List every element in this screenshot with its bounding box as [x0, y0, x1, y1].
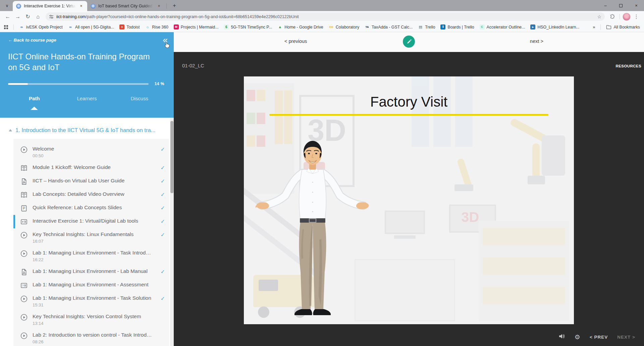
tab-discuss[interactable]: Discuss — [113, 96, 166, 101]
bookmark-linkedin-learning[interactable]: ▶HSO_LinkedIn Learn... — [530, 24, 579, 30]
previous-unit-button[interactable]: < previous — [284, 39, 307, 44]
bookmark-todoist[interactable]: ≡Todoist — [119, 24, 140, 30]
list-item[interactable]: Key Technical Insights: Linux Fundamenta… — [13, 228, 169, 247]
title-underline — [269, 114, 548, 116]
list-item[interactable]: Lab 2: Introduction to version control -… — [13, 329, 169, 346]
list-item[interactable]: Lab 1: Managing Linux Environment - Task… — [13, 292, 169, 310]
browser-tab-inactive[interactable]: IoT based Smart City Guided Pr × — [87, 1, 165, 11]
bookmark-trello[interactable]: ▤Trello — [418, 24, 435, 30]
site-favicon — [16, 4, 21, 9]
completed-check-icon: ✓ — [161, 295, 165, 302]
tab-close-icon[interactable]: × — [78, 3, 84, 9]
item-duration: 00:50 — [33, 153, 54, 158]
bookmark-trello-boards[interactable]: ‖Boards | Trello — [440, 24, 474, 30]
forward-button[interactable]: → — [13, 12, 22, 21]
timesync-icon: 6 — [224, 24, 229, 30]
bookmark-timesync[interactable]: 65G-TSN TimeSync P... — [224, 24, 272, 30]
reload-button[interactable]: ↻ — [23, 12, 32, 21]
list-item[interactable]: Quick Reference: Lab Concepts Slides ✓ — [13, 201, 169, 215]
bookmark-colab[interactable]: COColaboratory — [329, 24, 359, 30]
all-bookmarks-button[interactable]: All Bookmarks — [606, 25, 640, 30]
apps-grid-icon[interactable] — [4, 25, 8, 29]
drive-icon: ▲ — [277, 24, 282, 30]
item-title: Lab 2: Introduction to version control -… — [33, 332, 153, 338]
tab-path[interactable]: Path — [8, 96, 61, 101]
play-circle-icon — [20, 314, 28, 321]
mermaid-icon: M — [174, 24, 179, 30]
bookmark-google-drive[interactable]: ▲Home - Google Drive — [277, 24, 323, 30]
section-title: 1. Introduction to the IICT Virtual 5G &… — [15, 127, 155, 133]
list-item[interactable]: Key Technical Insights: Version Control … — [13, 310, 169, 329]
slide-canvas[interactable]: 3D 3D — [244, 76, 574, 324]
book-icon — [20, 165, 28, 172]
bookmark-accelerator[interactable]: CAccelerator Outline... — [480, 24, 525, 30]
bookmark-label: TaxAdda - GST Calc... — [372, 25, 413, 30]
trello-icon: ▤ — [418, 24, 423, 30]
bookmark-star-icon[interactable]: ☆ — [597, 14, 601, 19]
slide-next-button[interactable]: NEXT > — [617, 335, 635, 340]
bookmark-ivesk[interactable]: ∞ivESK Opeb Project — [19, 24, 63, 30]
scrollbar-thumb[interactable] — [170, 121, 173, 193]
url-bar[interactable]: iict-training.com/path-player?courseid=i… — [46, 12, 605, 21]
play-circle-icon — [20, 146, 28, 153]
bookmark-mermaid[interactable]: MProjects | Mermaid... — [174, 24, 219, 30]
browser-toolbar: ← → ↻ ⌂ iict-training.com/path-player?co… — [0, 11, 644, 22]
list-item[interactable]: Lab 1: Managing Linux Environment - Asse… — [13, 279, 169, 292]
section-header[interactable]: 1. Introduction to the IICT Virtual 5G &… — [0, 118, 174, 138]
new-tab-button[interactable]: + — [170, 1, 179, 10]
profile-avatar[interactable] — [623, 13, 631, 21]
completed-check-icon: ✓ — [161, 218, 165, 225]
home-button[interactable]: ⌂ — [34, 12, 42, 21]
tab-label: Discuss — [130, 96, 148, 101]
resources-button[interactable]: RESOURCES — [616, 64, 641, 68]
list-item-current[interactable]: Interactive Exercise 1: Virtual/Digital … — [13, 215, 169, 228]
back-to-course-link[interactable]: ← Back to course page — [8, 38, 166, 43]
lesson-list: Welcome00:50 ✓ Module 1 Kickoff: Welcome… — [13, 139, 169, 346]
bookmarks-separator — [600, 24, 601, 30]
item-duration: 16:07 — [33, 239, 133, 244]
completed-check-icon: ✓ — [161, 191, 165, 198]
item-title: Lab 1: Managing Linux Environment - Lab … — [33, 268, 148, 274]
list-item[interactable]: Module 1 Kickoff: Welcome Guide ✓ — [13, 161, 169, 175]
edit-button[interactable] — [403, 36, 415, 48]
sidebar-tabs: Path Learners Discuss — [8, 96, 166, 101]
site-settings-icon[interactable] — [49, 14, 54, 19]
browser-titlebar: ∨ Interactive Exercise 1: Virtual/Di × I… — [0, 0, 644, 11]
list-item[interactable]: Lab Concepts: Detailed Video Overview ✓ — [13, 188, 169, 201]
pdf-file-icon — [20, 178, 28, 185]
list-item[interactable]: Lab 1: Managing Linux Environment - Lab … — [13, 265, 169, 279]
tab-search-button[interactable]: ∨ — [3, 1, 11, 10]
next-unit-button[interactable]: next > — [530, 39, 543, 44]
bookmarks-overflow-icon[interactable]: » — [593, 24, 595, 30]
bookmarks-separator — [13, 24, 14, 30]
tab-learners[interactable]: Learners — [61, 96, 113, 101]
settings-gear-icon[interactable]: ⚙ — [575, 334, 580, 340]
list-item[interactable]: Lab 1: Managing Linux Environment - Task… — [13, 247, 169, 265]
active-tab-notch — [31, 107, 38, 110]
bookmark-all-open-5g[interactable]: ∞All open | 5G-Digita... — [68, 24, 114, 30]
sidebar-scrollbar[interactable] — [170, 118, 174, 346]
site-favicon — [91, 4, 96, 9]
slide-prev-button[interactable]: < PREV — [590, 335, 608, 340]
restore-button[interactable] — [613, 0, 629, 11]
back-button[interactable]: ← — [3, 12, 12, 21]
pencil-icon — [406, 39, 412, 45]
browser-menu-icon[interactable]: ⋮ — [632, 12, 641, 21]
background-3d-text: 3D — [461, 209, 479, 225]
todoist-icon: ≡ — [119, 24, 124, 30]
browser-tab-active[interactable]: Interactive Exercise 1: Virtual/Di × — [13, 1, 87, 11]
chevron-right-icon: > — [541, 39, 543, 44]
bookmark-rise360[interactable]: ○Rise 360 — [145, 24, 168, 30]
extensions-icon[interactable] — [608, 12, 617, 21]
volume-icon[interactable] — [558, 333, 565, 341]
item-duration: 16:22 — [33, 257, 153, 262]
bookmark-label: Rise 360 — [152, 25, 168, 30]
tab-close-icon[interactable]: × — [156, 3, 162, 9]
close-button[interactable]: × — [629, 0, 644, 11]
slides-file-icon — [20, 205, 28, 212]
bookmark-taxadda[interactable]: TATaxAdda - GST Calc... — [365, 24, 413, 30]
list-item[interactable]: Welcome00:50 ✓ — [13, 143, 169, 161]
list-item[interactable]: IICT – Hands-on Virtual Lab User Guide ✓ — [13, 175, 169, 188]
play-circle-icon — [20, 250, 28, 257]
minimize-button[interactable]: – — [598, 0, 613, 11]
